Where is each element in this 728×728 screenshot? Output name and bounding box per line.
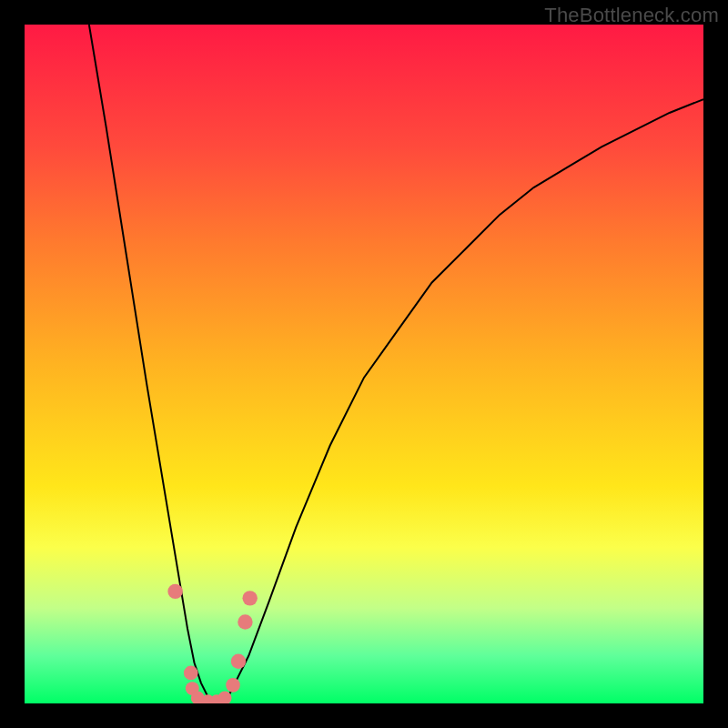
data-marker	[238, 614, 252, 629]
data-marker	[184, 666, 198, 681]
data-marker	[226, 678, 240, 693]
data-marker	[167, 584, 182, 599]
bottleneck-curve	[89, 25, 703, 703]
watermark-text: TheBottleneck.com	[544, 4, 719, 27]
data-marker	[231, 654, 246, 669]
data-markers	[167, 584, 257, 703]
chart-svg	[25, 25, 703, 703]
data-marker	[242, 591, 257, 605]
gradient-plot-area	[25, 25, 703, 703]
